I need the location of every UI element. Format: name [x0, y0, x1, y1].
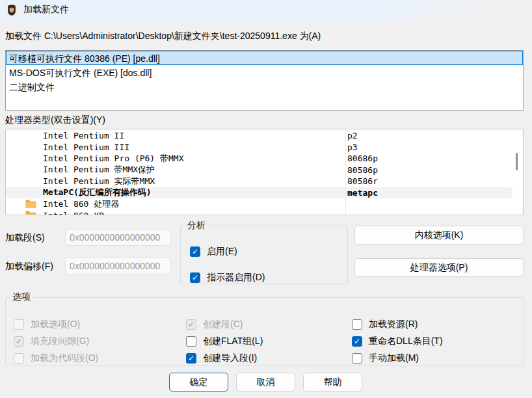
folder-icon: [25, 200, 43, 209]
processor-id: 80586p: [347, 165, 378, 175]
processor-name: MetaPC(反汇编所有操作码): [43, 187, 152, 198]
checkbox-unchecked[interactable]: [352, 353, 362, 364]
processor-list[interactable]: Intel Pentium IIp2Intel Pentium IIIp3Int…: [5, 129, 524, 215]
options-column-1: 加载选项(O)填充段间隙(G)加载为代码段(O): [14, 319, 98, 364]
kernel-options-button[interactable]: 内核选项(K): [354, 226, 524, 245]
scrollbar-thumb[interactable]: [516, 153, 518, 170]
processor-id: metapc: [347, 188, 378, 198]
folder-icon: [25, 211, 43, 215]
checkbox-checked[interactable]: [190, 246, 200, 257]
checkbox-unchecked: [14, 319, 24, 330]
processor-name: Intel 860 处理器: [43, 198, 119, 210]
loader-item[interactable]: 可移植可执行文件 80386 (PE) [pe.dll]: [6, 51, 523, 65]
processor-name: Intel Pentium Pro (P6) 带MMX: [43, 153, 184, 165]
checkbox-checked: [186, 319, 196, 330]
checkbox-row: 加载为代码段(O): [14, 352, 98, 364]
processor-id: p2: [347, 131, 358, 140]
checkbox-row: 创建段(C): [186, 319, 263, 330]
processor-options-button[interactable]: 处理器选项(P): [354, 258, 524, 277]
checkbox-label: 加载资源(R): [369, 319, 418, 330]
processor-name: Intel Pentium II: [43, 131, 124, 140]
loading-offset-input[interactable]: [65, 258, 171, 274]
help-button[interactable]: 帮助: [303, 373, 362, 391]
processor-row[interactable]: Intel Pentium IIIp3: [6, 142, 523, 153]
checkbox-row[interactable]: 创建导入段(I): [186, 352, 263, 364]
processor-type-label: 处理器类型(双击设置)(Y): [5, 114, 105, 126]
checkbox-row[interactable]: 手动加载(M): [352, 352, 443, 364]
checkbox-row[interactable]: 创建FLAT组(L): [186, 336, 263, 347]
options-group-title: 选项: [10, 291, 33, 303]
processor-row[interactable]: Intel Pentium IIp2: [6, 130, 523, 142]
checkbox-label: 启用(E): [207, 246, 237, 258]
titlebar[interactable]: 加载新文件: [0, 0, 532, 20]
checkbox-unchecked[interactable]: [352, 319, 362, 330]
processor-name: Intel Pentium 带MMX保护: [43, 164, 155, 176]
checkbox-label: 加载为代码段(O): [31, 352, 98, 364]
checkbox-checked[interactable]: [352, 336, 362, 347]
processor-row[interactable]: Intel Pentium 带MMX保护80586p: [6, 165, 523, 176]
checkbox-row[interactable]: 启用(E): [190, 246, 265, 258]
checkbox-row[interactable]: 重命名DLL条目(T): [352, 336, 443, 347]
processor-scrollbar[interactable]: [512, 129, 523, 215]
cancel-button[interactable]: 取消: [236, 373, 295, 391]
processor-id: 80586r: [347, 176, 378, 186]
checkbox-label: 填充段间隙(G): [31, 336, 89, 347]
checkbox-unchecked: [14, 353, 24, 364]
processor-name: Intel Pentium III: [43, 142, 129, 152]
options-column-2: 创建段(C)创建FLAT组(L)创建导入段(I): [186, 319, 263, 364]
processor-name: Intel 860 XP: [43, 211, 104, 215]
load-new-file-dialog: 加载新文件 加载文件 C:\Users\Administrator\Deskto…: [0, 0, 532, 398]
analysis-group-title: 分析: [185, 220, 208, 232]
processor-row[interactable]: Intel 860 处理器: [6, 198, 523, 210]
checkbox-row: 加载选项(O): [14, 319, 98, 330]
checkbox-label: 加载选项(O): [31, 319, 80, 330]
side-buttons: 内核选项(K)处理器选项(P): [354, 226, 524, 277]
processor-id: p3: [347, 142, 358, 152]
ida-app-icon: [5, 3, 18, 16]
processor-row[interactable]: Intel 860 XP: [6, 210, 523, 216]
checkbox-label: 手动加载(M): [369, 352, 419, 364]
window-title: 加载新文件: [23, 4, 69, 16]
checkbox-label: 创建FLAT组(L): [203, 336, 263, 347]
processor-row[interactable]: MetaPC(反汇编所有操作码)metapc: [6, 187, 512, 199]
loader-list[interactable]: 可移植可执行文件 80386 (PE) [pe.dll]MS-DOS可执行文件 …: [5, 50, 524, 111]
loading-segment-label: 加载段(S): [5, 232, 45, 244]
column-divider: [345, 129, 346, 215]
checkbox-checked: [14, 336, 24, 347]
footer-buttons: 确定取消帮助: [169, 373, 362, 391]
loader-item[interactable]: 二进制文件: [6, 79, 523, 94]
ok-button[interactable]: 确定: [169, 373, 228, 391]
checkbox-row[interactable]: 加载资源(R): [352, 319, 443, 330]
checkbox-label: 重命名DLL条目(T): [369, 336, 443, 347]
checkbox-label: 创建导入段(I): [203, 352, 257, 364]
processor-row[interactable]: Intel Pentium 实际带MMX80586r: [6, 176, 523, 187]
checkbox-label: 指示器启用(D): [207, 272, 265, 284]
checkbox-checked[interactable]: [190, 272, 200, 283]
analysis-checkboxes: 启用(E)指示器启用(D): [190, 246, 265, 284]
options-column-3: 加载资源(R)重命名DLL条目(T)手动加载(M): [352, 319, 443, 364]
processor-name: Intel Pentium 实际带MMX: [43, 176, 155, 187]
file-path-label: 加载文件 C:\Users\Administrator\Desktop\新建文件…: [5, 31, 321, 42]
checkbox-row[interactable]: 指示器启用(D): [190, 272, 265, 284]
processor-id: 80686p: [347, 153, 378, 163]
checkbox-row: 填充段间隙(G): [14, 336, 98, 347]
options-group: 选项 加载选项(O)填充段间隙(G)加载为代码段(O) 创建段(C)创建FLAT…: [5, 291, 524, 365]
loading-offset-label: 加载偏移(F): [5, 261, 53, 272]
processor-rows: Intel Pentium IIp2Intel Pentium IIIp3Int…: [6, 130, 523, 215]
analysis-group: 分析 启用(E)指示器启用(D): [180, 220, 348, 284]
processor-row[interactable]: Intel Pentium Pro (P6) 带MMX80686p: [6, 153, 523, 165]
loader-item[interactable]: MS-DOS可执行文件 (EXE) [dos.dll]: [6, 65, 523, 79]
loading-segment-input[interactable]: [65, 229, 171, 246]
checkbox-unchecked[interactable]: [186, 336, 196, 347]
checkbox-checked[interactable]: [186, 353, 196, 364]
checkbox-label: 创建段(C): [203, 319, 243, 330]
